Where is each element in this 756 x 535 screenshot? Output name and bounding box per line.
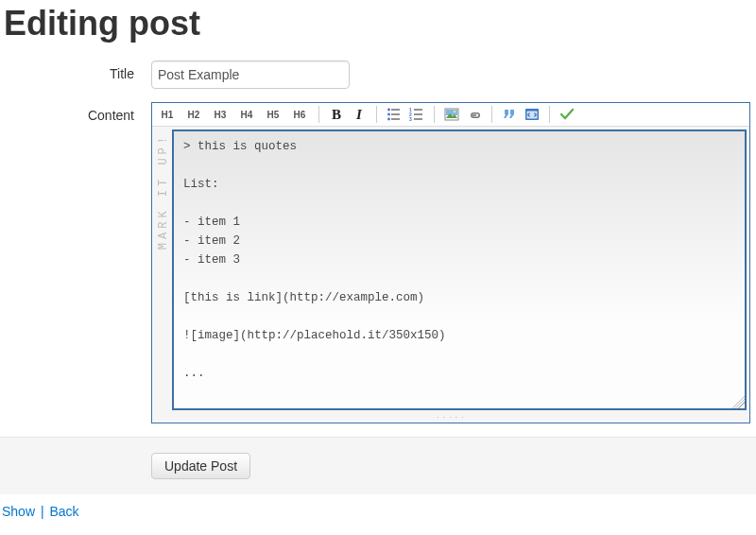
picture-button[interactable]	[442, 105, 461, 124]
svg-point-15	[454, 111, 456, 113]
link-icon	[467, 107, 482, 122]
link-button[interactable]	[465, 105, 484, 124]
editor-wrapper: H1 H2 H3 H4 H5 H6 B I	[151, 102, 750, 423]
svg-rect-3	[391, 113, 400, 115]
svg-rect-11	[414, 118, 422, 120]
update-post-button[interactable]: Update Post	[151, 453, 250, 479]
svg-rect-16	[472, 114, 476, 116]
preview-button[interactable]	[558, 105, 576, 124]
h2-button[interactable]: H2	[182, 105, 205, 124]
toolbar-separator	[434, 106, 435, 123]
toolbar-separator	[376, 106, 377, 123]
svg-rect-5	[391, 118, 400, 120]
link-separator: |	[41, 504, 44, 519]
page-title: Editing post	[4, 4, 756, 43]
toolbar-separator	[318, 106, 319, 123]
svg-rect-7	[414, 109, 422, 111]
svg-rect-13	[446, 110, 457, 115]
form-actions: Update Post	[0, 437, 756, 494]
svg-rect-9	[414, 113, 422, 115]
check-icon	[559, 107, 575, 122]
quote-icon	[502, 107, 517, 122]
svg-rect-1	[391, 109, 400, 111]
list-ul-icon	[387, 107, 402, 122]
back-link[interactable]: Back	[49, 504, 78, 519]
resize-handle[interactable]	[731, 395, 745, 408]
unordered-list-button[interactable]	[385, 105, 404, 124]
title-input[interactable]	[151, 60, 350, 89]
h3-button[interactable]: H3	[209, 105, 232, 124]
toolbar-separator	[549, 106, 550, 123]
ordered-list-button[interactable]: 1 2 3	[407, 105, 426, 124]
italic-button[interactable]: I	[350, 105, 369, 124]
svg-point-2	[387, 113, 390, 116]
h6-button[interactable]: H6	[288, 105, 311, 124]
show-link[interactable]: Show	[2, 504, 35, 519]
svg-point-0	[387, 109, 390, 112]
quote-button[interactable]	[500, 105, 519, 124]
bottom-links: Show | Back	[0, 494, 756, 528]
h4-button[interactable]: H4	[235, 105, 258, 124]
toolbar-separator	[491, 106, 492, 123]
code-icon	[524, 107, 540, 122]
list-ol-icon: 1 2 3	[409, 107, 424, 122]
content-label: Content	[0, 102, 151, 423]
h1-button[interactable]: H1	[156, 105, 179, 124]
h5-button[interactable]: H5	[262, 105, 284, 124]
picture-icon	[444, 107, 459, 122]
svg-text:3: 3	[409, 116, 412, 122]
svg-point-4	[387, 118, 390, 121]
editor-toolbar: H1 H2 H3 H4 H5 H6 B I	[152, 103, 749, 127]
title-label: Title	[0, 60, 151, 89]
content-textarea[interactable]	[174, 131, 745, 406]
bold-button[interactable]: B	[327, 105, 346, 124]
code-button[interactable]	[523, 105, 541, 124]
editor-gutter: MARK IT UP!	[155, 129, 172, 410]
editor-resize-bar[interactable]: · · · · ·	[152, 413, 749, 423]
